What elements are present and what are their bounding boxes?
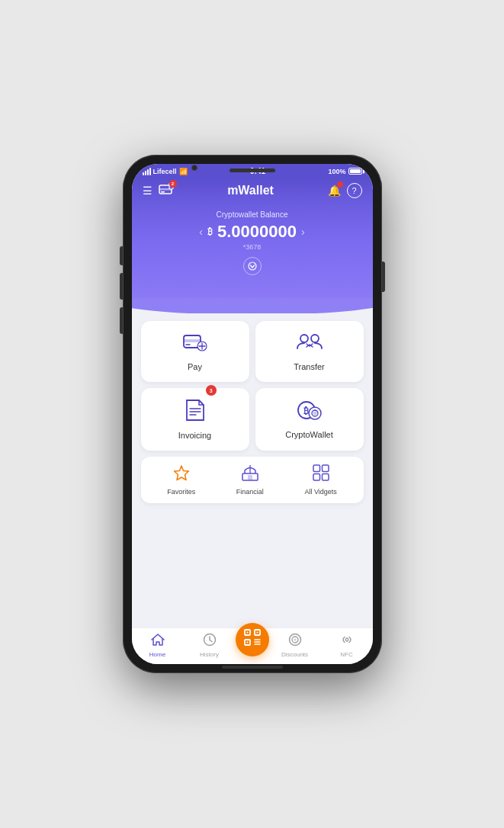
nav-discounts[interactable]: Discounts xyxy=(269,633,321,658)
all-vidgets-icon xyxy=(313,464,329,485)
camera xyxy=(191,165,197,171)
cryptowallet-label: CryptoWallet xyxy=(285,430,333,439)
power-button xyxy=(382,262,385,292)
status-bar: Lifecell 📶 9:41 100% xyxy=(132,164,373,178)
financial-button[interactable]: Financial xyxy=(236,464,264,496)
svg-rect-32 xyxy=(246,632,248,634)
service-grid: Pay Transfer xyxy=(141,321,364,451)
volume-up-button xyxy=(120,246,123,265)
header-left: ☰ 2 xyxy=(143,183,174,198)
svg-text:₿: ₿ xyxy=(303,406,309,416)
svg-point-5 xyxy=(249,262,256,270)
nfc-icon xyxy=(340,633,354,650)
menu-icon[interactable]: ☰ xyxy=(143,185,152,197)
status-left: Lifecell 📶 xyxy=(143,168,188,175)
cryptowallet-button[interactable]: ₿ CryptoWallet xyxy=(255,388,364,451)
bell-wrap[interactable]: 🔔 xyxy=(328,184,341,197)
svg-point-13 xyxy=(311,335,319,342)
svg-rect-7 xyxy=(184,339,201,342)
home-icon xyxy=(151,633,165,650)
scan-icon xyxy=(244,629,261,650)
balance-currency: ₿ xyxy=(207,226,213,237)
bell-badge xyxy=(337,181,343,188)
bottom-nav: Home History xyxy=(132,627,373,664)
main-content: Pay Transfer xyxy=(132,313,373,627)
phone-frame: Lifecell 📶 9:41 100% ☰ xyxy=(123,155,382,673)
transfer-icon xyxy=(297,332,323,358)
invoicing-label: Invoicing xyxy=(178,431,211,440)
widget-bar: Favorites Financial xyxy=(141,457,364,503)
battery-fill xyxy=(350,169,361,173)
transfer-label: Transfer xyxy=(294,362,325,371)
history-label: History xyxy=(200,651,219,658)
crypto-icon: ₿ xyxy=(297,400,323,425)
nav-nfc[interactable]: NFC xyxy=(321,633,373,658)
app-title: mWallet xyxy=(227,184,274,197)
financial-icon xyxy=(242,464,258,485)
silent-button xyxy=(120,307,123,334)
wifi-icon: 📶 xyxy=(179,168,188,175)
svg-rect-24 xyxy=(313,465,320,472)
home-label: Home xyxy=(149,651,165,658)
balance-row: ‹ ₿ 5.0000000 › xyxy=(147,222,358,242)
svg-point-20 xyxy=(313,412,316,416)
svg-rect-26 xyxy=(313,474,320,481)
svg-point-40 xyxy=(294,639,296,641)
discounts-icon xyxy=(288,633,302,650)
time-display: 9:41 xyxy=(250,167,265,175)
balance-label: Cryptowallet Balance xyxy=(147,210,358,219)
pay-label: Pay xyxy=(188,362,202,371)
phone-screen: Lifecell 📶 9:41 100% ☰ xyxy=(132,164,373,664)
nfc-label: NFC xyxy=(340,651,352,658)
transfer-button[interactable]: Transfer xyxy=(255,321,364,382)
carrier-label: Lifecell xyxy=(153,168,177,175)
account-number: *3678 xyxy=(147,243,358,251)
discounts-label: Discounts xyxy=(281,651,308,658)
status-right: 100% xyxy=(328,168,361,175)
header-top: ☰ 2 xyxy=(143,183,362,198)
financial-label: Financial xyxy=(236,488,264,496)
prev-account-button[interactable]: ‹ xyxy=(199,226,203,238)
nav-history[interactable]: History xyxy=(184,633,236,658)
battery-icon xyxy=(348,168,362,175)
scan-button[interactable] xyxy=(236,623,269,656)
favorites-icon xyxy=(173,464,190,485)
expand-balance-button[interactable] xyxy=(243,257,262,275)
favorites-label: Favorites xyxy=(167,488,195,496)
app-header: ☰ 2 xyxy=(132,178,373,204)
balance-amount: 5.0000000 xyxy=(217,222,297,242)
svg-rect-34 xyxy=(246,642,248,643)
svg-rect-2 xyxy=(161,191,165,193)
balance-section: Cryptowallet Balance ‹ ₿ 5.0000000 › *36… xyxy=(132,204,373,298)
svg-rect-23 xyxy=(248,475,252,480)
volume-down-button xyxy=(120,273,123,300)
help-icon[interactable]: ? xyxy=(347,183,362,198)
invoicing-button[interactable]: 3 Invoicing xyxy=(141,388,249,451)
svg-rect-33 xyxy=(256,632,258,634)
invoice-badge: 3 xyxy=(206,385,217,396)
nav-home[interactable]: Home xyxy=(132,633,184,658)
header-right: 🔔 ? xyxy=(328,183,362,198)
history-icon xyxy=(203,633,217,650)
card-icon-wrap[interactable]: 2 xyxy=(159,183,174,198)
battery-label: 100% xyxy=(328,168,345,175)
wave-divider xyxy=(132,298,373,313)
signal-icon xyxy=(143,168,151,175)
all-vidgets-label: All Vidgets xyxy=(304,488,336,496)
favorites-button[interactable]: Favorites xyxy=(167,464,195,496)
svg-rect-25 xyxy=(322,465,329,472)
pay-icon xyxy=(183,332,207,358)
next-account-button[interactable]: › xyxy=(301,226,305,238)
pay-button[interactable]: Pay xyxy=(141,321,249,382)
card-badge: 2 xyxy=(169,180,177,188)
all-vidgets-button[interactable]: All Vidgets xyxy=(304,464,336,496)
invoice-icon xyxy=(185,399,205,426)
svg-rect-27 xyxy=(322,474,329,481)
svg-point-12 xyxy=(300,335,308,342)
